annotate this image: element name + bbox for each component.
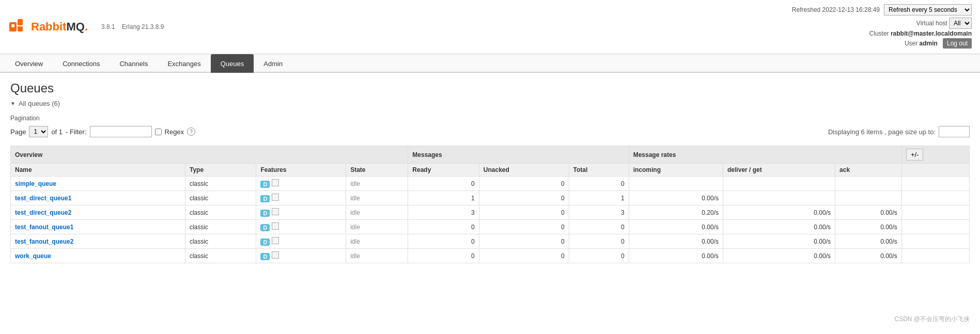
virtual-host-select[interactable]: All xyxy=(949,18,972,29)
erlang-version: Erlang 21.3.8.9 xyxy=(122,23,164,30)
feature-badge-d: D xyxy=(260,195,270,202)
refresh-select[interactable]: Refresh every 5 seconds Refresh every 10… xyxy=(884,4,972,15)
all-queues-toggle[interactable]: ▼ All queues (6) xyxy=(10,100,970,107)
cell-ready: 0 xyxy=(408,177,479,191)
col-ack: ack xyxy=(835,164,902,177)
regex-checkbox[interactable] xyxy=(155,129,162,135)
col-state: State xyxy=(346,164,408,177)
cell-extra xyxy=(901,234,969,249)
cell-name[interactable]: test_direct_queue1 xyxy=(11,191,185,205)
cell-incoming: 0.00/s xyxy=(629,234,723,249)
cell-extra xyxy=(901,220,969,234)
cell-features: D xyxy=(256,191,346,205)
queue-name-link[interactable]: test_fanout_queue1 xyxy=(15,224,73,231)
nav-item-overview[interactable]: Overview xyxy=(5,54,53,73)
cell-ack xyxy=(835,177,902,191)
page-size-input[interactable]: 100 xyxy=(939,126,970,137)
plus-minus-cell[interactable]: +/- xyxy=(901,146,969,164)
feature-badge-d: D xyxy=(260,210,270,217)
user-row: User admin Log out xyxy=(792,38,972,49)
cell-state: idle xyxy=(346,249,408,263)
pagination-row: Page 1 of 1 - Filter: Regex ? Displaying… xyxy=(10,126,970,137)
filter-label: - Filter: xyxy=(66,128,86,136)
cell-type: classic xyxy=(185,249,256,263)
svg-rect-3 xyxy=(11,24,14,27)
cell-unacked: 0 xyxy=(479,234,569,249)
feature-box xyxy=(272,194,279,201)
cell-name[interactable]: test_direct_queue2 xyxy=(11,205,185,220)
cell-deliver-get: 0.00/s xyxy=(723,249,835,263)
cell-total: 0 xyxy=(569,177,629,191)
queue-name-link[interactable]: test_direct_queue1 xyxy=(15,195,71,202)
virtual-host-label: Virtual host xyxy=(916,20,947,27)
nav-item-queues[interactable]: Queues xyxy=(211,54,254,73)
cell-extra xyxy=(901,249,969,263)
logo: RabbitMQ. 3.8.1 Erlang 21.3.8.9 xyxy=(8,17,164,37)
page-title: Queues xyxy=(10,81,970,96)
cell-incoming: 0.00/s xyxy=(629,191,723,205)
cell-type: classic xyxy=(185,191,256,205)
cell-incoming: 0.00/s xyxy=(629,249,723,263)
cell-deliver-get: 0.00/s xyxy=(723,220,835,234)
feature-box xyxy=(272,179,279,186)
feature-badge-d: D xyxy=(260,181,270,188)
cell-extra xyxy=(901,177,969,191)
queue-name-link[interactable]: test_fanout_queue2 xyxy=(15,238,73,245)
user-value: admin xyxy=(920,40,938,47)
logout-button[interactable]: Log out xyxy=(943,38,972,49)
logo-rabbit: Rabbit xyxy=(31,20,66,33)
version: 3.8.1 xyxy=(101,23,115,30)
queue-name-link[interactable]: simple_queue xyxy=(15,180,56,187)
col-unacked: Unacked xyxy=(479,164,569,177)
displaying-label: Displaying 6 items , page size up to: xyxy=(828,128,936,136)
queue-table: Overview Messages Message rates +/- Name… xyxy=(10,146,970,263)
cell-ready: 0 xyxy=(408,220,479,234)
nav-item-exchanges[interactable]: Exchanges xyxy=(158,54,210,73)
cell-unacked: 0 xyxy=(479,220,569,234)
plus-minus-button[interactable]: +/- xyxy=(906,149,924,161)
virtual-host-row: Virtual host All xyxy=(792,18,972,29)
cell-state: idle xyxy=(346,220,408,234)
filter-input[interactable] xyxy=(90,126,152,137)
table-row: work_queue classic D idle 0 0 0 0.00/s 0… xyxy=(11,249,970,263)
cell-ack: 0.00/s xyxy=(835,205,902,220)
queue-name-link[interactable]: work_queue xyxy=(15,252,51,260)
feature-box xyxy=(272,222,279,230)
cell-incoming xyxy=(629,177,723,191)
section-overview: Overview xyxy=(11,146,408,164)
cell-name[interactable]: test_fanout_queue1 xyxy=(11,220,185,234)
section-messages: Messages xyxy=(408,146,629,164)
nav: Overview Connections Channels Exchanges … xyxy=(0,54,980,73)
header: RabbitMQ. 3.8.1 Erlang 21.3.8.9 Refreshe… xyxy=(0,0,980,54)
nav-item-admin[interactable]: Admin xyxy=(254,54,292,73)
cell-features: D xyxy=(256,205,346,220)
cell-ready: 3 xyxy=(408,205,479,220)
cell-type: classic xyxy=(185,205,256,220)
cell-features: D xyxy=(256,249,346,263)
cell-unacked: 0 xyxy=(479,191,569,205)
cell-state: idle xyxy=(346,234,408,249)
refresh-row: Refreshed 2022-12-13 16:28:49 Refresh ev… xyxy=(792,4,972,15)
nav-item-channels[interactable]: Channels xyxy=(110,54,158,73)
svg-rect-2 xyxy=(18,26,23,31)
cell-incoming: 0.20/s xyxy=(629,205,723,220)
feature-box xyxy=(272,208,279,215)
regex-help-icon[interactable]: ? xyxy=(187,128,195,136)
cell-incoming: 0.00/s xyxy=(629,220,723,234)
cluster-label: Cluster xyxy=(869,30,889,37)
table-row: test_fanout_queue1 classic D idle 0 0 0 … xyxy=(11,220,970,234)
col-deliver-get: deliver / get xyxy=(723,164,835,177)
page-select[interactable]: 1 xyxy=(29,126,48,137)
cell-ready: 0 xyxy=(408,234,479,249)
feature-badge-d: D xyxy=(260,253,270,260)
col-ready: Ready xyxy=(408,164,479,177)
cell-state: idle xyxy=(346,205,408,220)
cell-deliver-get: 0.00/s xyxy=(723,205,835,220)
cell-name[interactable]: work_queue xyxy=(11,249,185,263)
cell-name[interactable]: simple_queue xyxy=(11,177,185,191)
queue-name-link[interactable]: test_direct_queue2 xyxy=(15,209,71,216)
cell-total: 0 xyxy=(569,249,629,263)
content: Queues ▼ All queues (6) Pagination Page … xyxy=(0,73,980,272)
cell-name[interactable]: test_fanout_queue2 xyxy=(11,234,185,249)
nav-item-connections[interactable]: Connections xyxy=(53,54,110,73)
